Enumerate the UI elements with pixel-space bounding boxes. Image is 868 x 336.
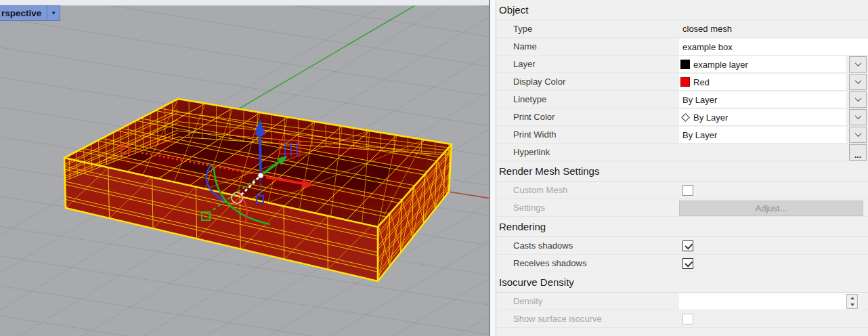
linetype-value: By Layer bbox=[679, 95, 717, 105]
viewport-dropdown-icon[interactable]: ▼ bbox=[47, 6, 60, 20]
viewport-top-strip bbox=[0, 0, 489, 5]
chevron-down-icon bbox=[854, 130, 861, 137]
name-input[interactable] bbox=[679, 39, 868, 54]
hyperlink-ellipsis-button[interactable]: ... bbox=[849, 144, 867, 161]
viewport-title-tab[interactable]: rspective ▼ bbox=[0, 5, 60, 21]
display-color-chevron-button[interactable] bbox=[849, 74, 867, 90]
section-header-isocurve: Isocurve Density bbox=[496, 272, 868, 293]
show-isocurve-label: Show surface isocurve bbox=[496, 310, 679, 327]
chevron-down-icon bbox=[854, 95, 861, 102]
viewport-canvas[interactable] bbox=[0, 0, 489, 336]
display-color-swatch bbox=[680, 77, 690, 87]
print-color-dropdown[interactable]: By Layer bbox=[679, 109, 846, 125]
type-label: Type bbox=[496, 20, 679, 37]
display-color-dropdown[interactable]: Red bbox=[679, 74, 846, 90]
density-label: Density bbox=[496, 293, 679, 310]
print-width-dropdown[interactable]: By Layer bbox=[679, 127, 846, 143]
viewport-title: rspective bbox=[0, 6, 47, 20]
linetype-dropdown[interactable]: By Layer bbox=[679, 91, 846, 108]
isocurve-section-title: Isocurve Density bbox=[499, 276, 574, 288]
by-layer-diamond-icon bbox=[681, 113, 690, 122]
arrow-down-icon bbox=[850, 303, 854, 306]
receives-shadows-checkbox[interactable] bbox=[682, 258, 693, 269]
show-isocurve-checkbox[interactable] bbox=[682, 314, 693, 324]
density-spinner[interactable] bbox=[846, 294, 858, 309]
layer-value: example layer bbox=[690, 60, 748, 70]
display-color-label: Display Color bbox=[496, 73, 679, 90]
print-color-label: Print Color bbox=[496, 108, 679, 125]
chevron-down-icon bbox=[854, 112, 861, 119]
row-linetype: Linetype By Layer bbox=[496, 91, 868, 108]
row-custom-mesh: Custom Mesh bbox=[496, 182, 868, 199]
row-type: Type closed mesh bbox=[496, 20, 868, 38]
receives-shadows-label: Receives shadows bbox=[496, 255, 679, 272]
rendering-section-title: Rendering bbox=[499, 221, 546, 232]
custom-mesh-label: Custom Mesh bbox=[496, 182, 679, 198]
row-settings: Settings Adjust... bbox=[496, 199, 868, 217]
gumball-center-dot[interactable] bbox=[258, 173, 263, 178]
row-layer: Layer example layer bbox=[496, 56, 868, 73]
density-input[interactable] bbox=[679, 294, 859, 309]
casts-shadows-checkbox[interactable] bbox=[682, 240, 693, 251]
properties-panel: Object Type closed mesh Name Layer examp… bbox=[496, 0, 868, 336]
row-show-surface-isocurve: Show surface isocurve bbox=[496, 310, 868, 328]
object-section-title: Object bbox=[499, 4, 528, 16]
settings-label: Settings bbox=[496, 199, 679, 216]
panel-splitter[interactable] bbox=[489, 0, 496, 336]
chevron-down-icon bbox=[854, 77, 861, 84]
chevron-down-icon bbox=[854, 60, 861, 66]
row-receives-shadows: Receives shadows bbox=[496, 255, 868, 272]
row-print-color: Print Color By Layer bbox=[496, 108, 868, 126]
section-header-rendering: Rendering bbox=[496, 217, 868, 237]
layer-chevron-button[interactable] bbox=[849, 56, 867, 72]
spinner-up-button[interactable] bbox=[847, 295, 857, 301]
print-color-value: By Layer bbox=[690, 112, 728, 123]
print-width-value: By Layer bbox=[679, 130, 717, 140]
gumball-z-arrow-shaft[interactable] bbox=[260, 135, 261, 171]
render-mesh-section-title: Render Mesh Settings bbox=[499, 165, 599, 177]
display-color-value: Red bbox=[690, 77, 710, 87]
arrow-up-icon bbox=[850, 297, 854, 299]
row-density: Density bbox=[496, 293, 868, 310]
rhino-window: rspective ▼ Object Type closed mesh Name… bbox=[0, 0, 868, 336]
section-header-render-mesh: Render Mesh Settings bbox=[496, 161, 868, 182]
linetype-label: Linetype bbox=[496, 91, 679, 108]
layer-label: Layer bbox=[496, 56, 679, 72]
layer-color-swatch bbox=[680, 60, 690, 69]
print-width-label: Print Width bbox=[496, 126, 679, 143]
type-value: closed mesh bbox=[679, 24, 732, 34]
section-header-object: Object bbox=[496, 0, 868, 20]
density-field[interactable] bbox=[679, 293, 859, 310]
row-casts-shadows: Casts shadows bbox=[496, 237, 868, 255]
row-name: Name bbox=[496, 38, 868, 56]
hyperlink-label: Hyperlink bbox=[496, 144, 679, 161]
adjust-button[interactable]: Adjust... bbox=[679, 201, 863, 216]
viewport-perspective[interactable]: rspective ▼ bbox=[0, 0, 489, 336]
layer-dropdown[interactable]: example layer bbox=[679, 56, 846, 72]
linetype-chevron-button[interactable] bbox=[849, 91, 867, 108]
name-field[interactable] bbox=[679, 39, 868, 55]
print-width-chevron-button[interactable] bbox=[849, 127, 867, 143]
row-print-width: Print Width By Layer bbox=[496, 126, 868, 144]
row-hyperlink: Hyperlink ... bbox=[496, 144, 868, 161]
name-label: Name bbox=[496, 38, 679, 55]
print-color-chevron-button[interactable] bbox=[849, 109, 867, 125]
casts-shadows-label: Casts shadows bbox=[496, 237, 679, 254]
custom-mesh-checkbox[interactable] bbox=[682, 185, 693, 196]
row-display-color: Display Color Red bbox=[496, 73, 868, 91]
spinner-down-button[interactable] bbox=[847, 301, 857, 308]
